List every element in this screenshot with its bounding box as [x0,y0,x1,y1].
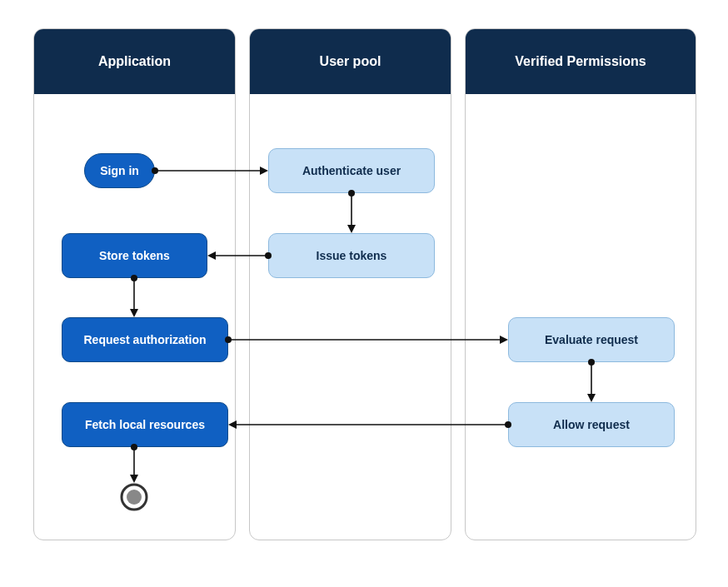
node-label: Store tokens [99,249,170,262]
node-store-tokens: Store tokens [62,233,207,278]
node-label: Allow request [553,418,630,431]
node-authenticate-user: Authenticate user [268,148,435,193]
node-label: Evaluate request [545,333,638,346]
swimlane-header-user-pool: User pool [250,29,451,94]
swimlane-header-verified-permissions: Verified Permissions [466,29,696,94]
node-issue-tokens: Issue tokens [268,233,435,278]
start-node-label: Sign in [100,164,139,177]
node-request-authorization: Request authorization [62,317,228,362]
swimlane-header-application: Application [34,29,235,94]
node-label: Issue tokens [317,249,387,262]
node-allow-request: Allow request [508,402,675,447]
swimlane-application: Application [33,28,236,540]
node-label: Authenticate user [302,164,401,177]
node-label: Fetch local resources [85,418,205,431]
swimlane-verified-permissions: Verified Permissions [465,28,696,540]
swimlane-user-pool: User pool [249,28,451,540]
node-evaluate-request: Evaluate request [508,317,675,362]
node-fetch-local-resources: Fetch local resources [62,402,228,447]
node-label: Request authorization [83,333,206,346]
start-node-sign-in: Sign in [84,153,155,188]
